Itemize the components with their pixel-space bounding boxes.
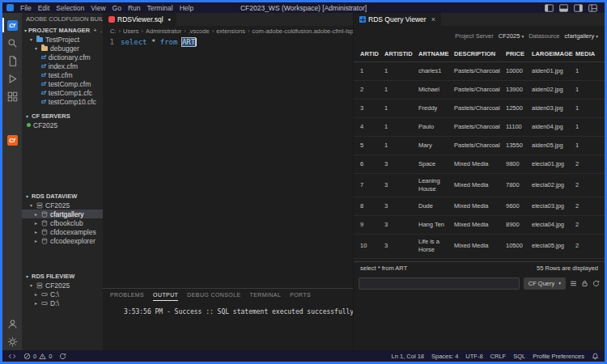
column-header[interactable]: DESCRIPTION	[454, 50, 506, 57]
menu-icon[interactable]	[570, 280, 577, 287]
datasource-item[interactable]: ▸ cfdocexamples	[22, 227, 103, 236]
table-row[interactable]: 8 3 Dude Mixed Media 9600 elecia03.jpg 2	[354, 197, 605, 216]
tree-item-rds-server[interactable]: ▾ CF2025	[22, 201, 103, 210]
menu-item[interactable]: View	[87, 4, 108, 12]
breadcrumb-separator: ›	[248, 28, 250, 35]
account-icon[interactable]	[2, 315, 22, 332]
column-header[interactable]: PRICE	[506, 50, 532, 57]
table-row[interactable]: 7 3 Leaning House Mixed Media 7800 eleci…	[354, 174, 605, 197]
breadcrumb-item[interactable]: extensions	[216, 28, 245, 35]
panel-tab[interactable]: OUTPUT	[153, 289, 178, 301]
drive-item[interactable]: ▸ C:\	[22, 290, 103, 298]
tree-item-server[interactable]: CF2025	[22, 121, 103, 129]
menu-item[interactable]: Help	[176, 4, 197, 12]
refresh-icon[interactable]	[592, 280, 600, 287]
table-row[interactable]: 5 1 Mary Pastels/Charcoal 13550 aiden05.…	[354, 137, 605, 155]
status-item[interactable]: Profile Preferences	[533, 353, 584, 360]
table-row[interactable]: 4 1 Paulo Pastels/Charcoal 11100 aiden04…	[354, 118, 605, 137]
customize-layout-icon[interactable]	[588, 4, 597, 12]
run-debug-icon[interactable]	[2, 70, 22, 87]
notifications-bell-icon[interactable]	[592, 353, 599, 360]
status-item[interactable]: SQL	[513, 353, 525, 360]
database-icon	[41, 229, 48, 235]
sync-icon[interactable]	[59, 353, 66, 360]
section-rds-dataview[interactable]: ▾ RDS DATAVIEW	[22, 191, 103, 201]
server-icon	[36, 202, 43, 209]
datasource-dropdown[interactable]: cfartgallery▾	[565, 32, 598, 40]
panel-tab[interactable]: PORTS	[290, 289, 311, 301]
datasource-item[interactable]: ▸ cfbookclub	[22, 218, 103, 227]
query-type-dropdown[interactable]: CF Query ▾	[524, 277, 566, 290]
status-item[interactable]: Ln 1, Col 18	[392, 353, 424, 360]
datasource-label: cfcodeexplorer	[50, 237, 96, 245]
column-header[interactable]: ARTID	[360, 50, 384, 57]
tree-item-file[interactable]: cf test.cfm	[22, 70, 103, 79]
column-header[interactable]: ARTISTID	[384, 50, 418, 57]
status-item[interactable]: Spaces: 4	[431, 353, 458, 360]
extensions-icon[interactable]	[2, 87, 22, 105]
panel-tab[interactable]: TERMINAL	[250, 289, 282, 301]
status-item[interactable]: UTF-8	[465, 353, 482, 360]
tree-item-project[interactable]: ▾ TestProject	[22, 35, 103, 44]
database-icon	[41, 211, 48, 218]
tree-item-file[interactable]: cf dictionary.cfm	[22, 53, 103, 61]
panel-tab[interactable]: DEBUG CONSOLE	[187, 289, 240, 301]
table-row[interactable]: 3 1 Freddy Pastels/Charcoal 12500 aiden0…	[354, 99, 605, 118]
status-item[interactable]: CRLF	[490, 353, 507, 360]
tree-item-rds-file-server[interactable]: ▾ CF2025	[22, 281, 103, 290]
column-header[interactable]: ARTNAME	[418, 50, 454, 57]
problems-indicator[interactable]: 0 0	[23, 353, 52, 360]
breadcrumb-separator: ›	[212, 28, 214, 35]
datasource-item[interactable]: ▸ cfcodeexplorer	[22, 236, 103, 245]
tree-item-file[interactable]: cf testComp10.cfc	[22, 97, 103, 106]
close-icon[interactable]: ×	[431, 15, 435, 23]
drive-item[interactable]: ▸ D:\	[22, 298, 103, 307]
tree-item-file[interactable]: cf testComp1.cfc	[22, 88, 103, 97]
menu-item[interactable]: Edit	[35, 4, 53, 12]
datasource-item[interactable]: ▸ cfartgallery	[22, 210, 103, 218]
menu-item[interactable]: Selection	[53, 4, 87, 12]
table-row[interactable]: 6 3 Space Mixed Media 9800 elecia01.jpg …	[354, 155, 605, 174]
panel-tab[interactable]: PROBLEMS	[110, 289, 144, 301]
menu-item[interactable]: File	[17, 4, 35, 12]
table-row[interactable]: 1 1 charles1 Pastels/Charcoal 10000 aide…	[354, 62, 605, 81]
search-icon[interactable]	[2, 34, 22, 52]
table-row[interactable]: 2 1 Michael Pastels/Charcoal 13900 aiden…	[354, 81, 605, 99]
column-header[interactable]: LARGEIMAGE	[532, 50, 575, 57]
query-input[interactable]	[359, 277, 520, 290]
menu-item[interactable]: Terminal	[144, 4, 176, 12]
settings-gear-icon[interactable]	[2, 332, 22, 350]
section-cf-servers[interactable]: ▾ CF SERVERS	[22, 111, 103, 121]
add-project-icon[interactable]: +	[93, 27, 96, 34]
breadcrumb-item[interactable]: .vscode	[189, 28, 210, 35]
tab-rdsviewer-sql[interactable]: RDSViewer.sql ●	[103, 13, 176, 26]
breadcrumb-item[interactable]: Administrator	[146, 28, 181, 35]
column-header[interactable]: MEDIA	[575, 50, 605, 57]
project-server-dropdown[interactable]: CF2025▾	[499, 32, 524, 40]
toggle-panel-icon[interactable]	[559, 4, 568, 12]
menu-item[interactable]: Run	[125, 4, 144, 12]
table-row[interactable]: 10 3 Life is a Horse Mixed Media 10500 e…	[354, 235, 605, 258]
coldfusion-server-icon[interactable]: Cf	[2, 131, 22, 149]
breadcrumb-item[interactable]: C:	[110, 28, 117, 35]
table-row[interactable]: 9 3 Hang Ten Mixed Media 8900 elecia04.j…	[354, 216, 605, 235]
tree-item-folder[interactable]: ▾ debugger	[22, 44, 103, 53]
section-project-manager[interactable]: ▾ PROJECT MANAGER + …	[22, 25, 103, 35]
lock-icon[interactable]	[581, 280, 588, 287]
tree-item-file[interactable]: cf index.cfm	[22, 61, 103, 70]
tab-rds-query-viewer[interactable]: RDS Query Viewer ×	[354, 13, 441, 26]
toggle-secondary-sidebar-icon[interactable]	[574, 4, 583, 12]
remote-indicator[interactable]	[8, 353, 16, 360]
drive-icon	[41, 300, 48, 307]
coldfusion-builder-icon[interactable]: Cf	[2, 16, 22, 34]
menu-item[interactable]: Go	[109, 4, 125, 12]
tree-item-file[interactable]: cf testComp.cfm	[22, 79, 103, 88]
explorer-icon[interactable]	[2, 52, 22, 70]
breadcrumb-item[interactable]: Users	[123, 28, 139, 35]
unsaved-changes-icon[interactable]: ●	[168, 17, 172, 22]
code-line[interactable]: select * from ART	[121, 38, 197, 288]
toggle-sidebar-icon[interactable]	[545, 4, 554, 12]
code-editor[interactable]: 1 select * from ART	[103, 36, 353, 288]
breadcrumb-item[interactable]: com-adobe-coldfusion.adobe-cfml-lsp-1.0.…	[253, 28, 354, 35]
section-rds-fileview[interactable]: ▾ RDS FILEVIEW	[22, 271, 103, 281]
